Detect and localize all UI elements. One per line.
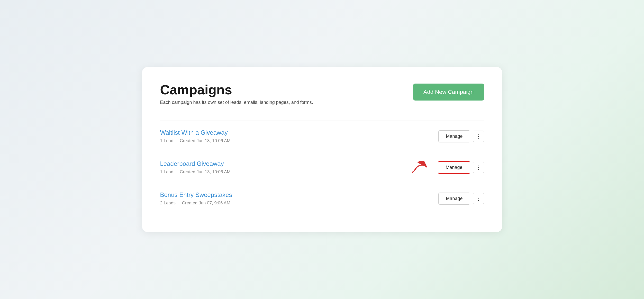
campaign-name-link[interactable]: Waitlist With a Giveaway	[160, 129, 231, 136]
campaign-actions: Manage ⋮	[438, 193, 484, 205]
campaign-meta: 2 Leads Created Jun 07, 9:06 AM	[160, 201, 232, 206]
lead-count: 1 Lead	[160, 169, 174, 174]
page-header: Campaigns Each campaign has its own set …	[160, 83, 484, 105]
table-row: Waitlist With a Giveaway 1 Lead Created …	[160, 121, 484, 152]
red-arrow-icon	[411, 161, 431, 174]
campaigns-list: Waitlist With a Giveaway 1 Lead Created …	[160, 121, 484, 214]
lead-count: 1 Lead	[160, 138, 174, 143]
add-new-campaign-button[interactable]: Add New Campaign	[413, 84, 484, 101]
manage-button[interactable]: Manage	[438, 193, 470, 205]
manage-button[interactable]: Manage	[438, 130, 470, 142]
header-text-block: Campaigns Each campaign has its own set …	[160, 83, 313, 105]
campaign-actions: Manage ⋮	[438, 130, 484, 142]
table-row: Leaderboard Giveaway 1 Lead Created Jun …	[160, 152, 484, 183]
campaign-meta: 1 Lead Created Jun 13, 10:06 AM	[160, 138, 231, 143]
created-date: Created Jun 13, 10:06 AM	[180, 169, 231, 174]
created-date: Created Jun 07, 9:06 AM	[182, 201, 230, 205]
campaign-actions: Manage ⋮	[411, 161, 484, 174]
campaign-info: Waitlist With a Giveaway 1 Lead Created …	[160, 129, 231, 143]
campaign-info: Leaderboard Giveaway 1 Lead Created Jun …	[160, 160, 231, 175]
arrow-indicator	[411, 161, 431, 174]
campaign-name-link[interactable]: Bonus Entry Sweepstakes	[160, 191, 232, 198]
more-options-button[interactable]: ⋮	[473, 131, 484, 142]
page-subtitle: Each campaign has its own set of leads, …	[160, 100, 313, 105]
more-options-button[interactable]: ⋮	[473, 162, 484, 173]
more-options-button[interactable]: ⋮	[473, 193, 484, 204]
campaign-info: Bonus Entry Sweepstakes 2 Leads Created …	[160, 191, 232, 206]
table-row: Bonus Entry Sweepstakes 2 Leads Created …	[160, 183, 484, 214]
created-date: Created Jun 13, 10:06 AM	[180, 138, 231, 143]
campaign-meta: 1 Lead Created Jun 13, 10:06 AM	[160, 169, 231, 175]
campaigns-card: Campaigns Each campaign has its own set …	[142, 67, 502, 232]
campaign-name-link[interactable]: Leaderboard Giveaway	[160, 160, 231, 167]
manage-button-highlighted[interactable]: Manage	[438, 161, 470, 174]
lead-count: 2 Leads	[160, 201, 176, 205]
page-title: Campaigns	[160, 83, 313, 97]
